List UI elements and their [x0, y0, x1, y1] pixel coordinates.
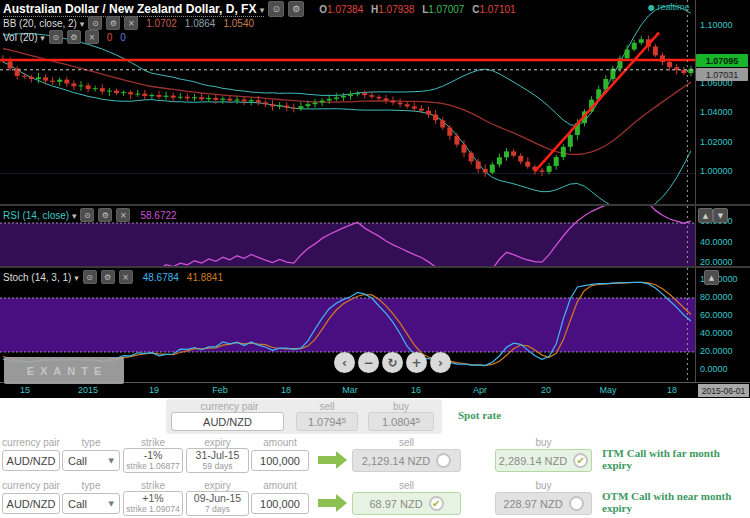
bb-upper-value: 1.0864	[185, 18, 216, 29]
row2-expiry-field[interactable]: 09-Jun-157 days	[186, 491, 249, 516]
gear-icon[interactable]: ⚙	[101, 270, 115, 284]
gear-icon[interactable]: ⚙	[288, 1, 304, 17]
row1-expiry-field[interactable]: 31-Jul-1559 days	[186, 448, 249, 473]
time-axis-label[interactable]: 2015	[78, 385, 98, 395]
row1-strategy-note: ITM Call with far month expiry	[602, 447, 730, 471]
stoch-axis-label[interactable]: 20.0000	[700, 346, 733, 356]
close-icon[interactable]: ×	[124, 16, 138, 30]
indicator-vol-label[interactable]: Vol (20) ▾	[3, 32, 45, 43]
eye-icon[interactable]: ⊙	[88, 16, 102, 30]
gear-icon[interactable]: ⚙	[98, 208, 112, 222]
pane-down-button[interactable]: ▼	[713, 208, 728, 223]
gear-icon[interactable]: ⚙	[67, 30, 81, 44]
row1-sell-checkbox[interactable]	[436, 453, 451, 468]
row2-sell-header: sell	[352, 480, 461, 491]
row1-amount-input[interactable]	[251, 450, 309, 471]
row1-expiry-header: expiry	[186, 437, 249, 448]
time-axis-label[interactable]: May	[599, 385, 616, 395]
spot-pair-header: currency pair	[171, 401, 288, 412]
row1-pair-header: currency pair	[2, 437, 60, 448]
price-axis-label[interactable]: 1.10000	[700, 20, 733, 30]
price-axis-label[interactable]: 1.04000	[700, 107, 733, 117]
spot-pair-input[interactable]	[171, 412, 284, 431]
zoom-in-button[interactable]: +	[406, 352, 427, 373]
pane-separator[interactable]	[0, 266, 750, 268]
rsi-axis-label[interactable]: 40.0000	[700, 237, 733, 247]
time-axis-label[interactable]: 20	[541, 385, 551, 395]
spot-buy-rate[interactable]: 1.08045	[368, 412, 434, 431]
eye-icon[interactable]: ⊙	[83, 270, 97, 284]
open-label: O	[319, 4, 327, 15]
eye-icon[interactable]: ⊙	[49, 30, 63, 44]
chevron-down-icon: ▾	[260, 5, 265, 15]
row2-expiry-header: expiry	[186, 480, 249, 491]
row2-amount-input[interactable]	[251, 493, 309, 514]
pane-up-button[interactable]: ▲	[704, 270, 719, 285]
row2-pair-header: currency pair	[2, 480, 60, 491]
stoch-axis-label[interactable]: 40.0000	[700, 328, 733, 338]
row2-type-select[interactable]: Call▼	[62, 493, 120, 514]
select-caret-icon: ▼	[109, 500, 114, 508]
row1-strike-field[interactable]: -1%strike 1.06877	[123, 448, 183, 473]
row2-type-header: type	[62, 480, 120, 491]
indicator-rsi-label[interactable]: RSI (14, close) ▾	[3, 210, 76, 221]
rsi-band	[0, 223, 695, 266]
ohlc-readout: O1.07384 H1.07938 L1.07007 C1.07101	[314, 4, 515, 15]
low-value: 1.07007	[428, 4, 464, 15]
zoom-out-button[interactable]: −	[358, 352, 379, 373]
arrow-right-icon	[318, 456, 336, 464]
row2-strike-field[interactable]: +1%strike 1.09074	[123, 491, 183, 516]
scroll-left-button[interactable]: ‹	[334, 352, 355, 373]
row1-strike-header: strike	[123, 437, 183, 448]
price-axis-label[interactable]: 1.00000	[700, 166, 733, 176]
rsi-value: 58.6722	[140, 210, 176, 221]
row1-buy-checkbox[interactable]: ✔	[573, 453, 588, 468]
row1-type-select[interactable]: Call▼	[62, 450, 120, 471]
time-axis-label[interactable]: Mar	[342, 385, 358, 395]
pane-separator[interactable]	[0, 204, 750, 206]
row2-buy-header: buy	[495, 480, 592, 491]
spot-sell-rate[interactable]: 1.07945	[296, 412, 358, 431]
vol-ma-value: 0	[120, 32, 126, 43]
indicator-bb-label[interactable]: BB (20, close, 2) ▾	[3, 18, 84, 29]
stoch-axis-label[interactable]: 60.0000	[700, 310, 733, 320]
time-axis-label[interactable]: 19	[149, 385, 159, 395]
time-axis-label[interactable]: 15	[20, 385, 30, 395]
trading-app: Australian Dollar / New Zealand Dollar, …	[0, 0, 750, 518]
gear-icon[interactable]: ⚙	[106, 16, 120, 30]
stoch-k-value: 48.6784	[143, 272, 179, 283]
indicator-stoch-label[interactable]: Stoch (14, 3, 1) ▾	[3, 272, 79, 283]
eye-icon[interactable]: ⊙	[80, 208, 94, 222]
close-icon[interactable]: ×	[116, 208, 130, 222]
price-axis-label[interactable]: 1.02000	[700, 137, 733, 147]
eye-icon[interactable]: ⊙	[268, 1, 284, 17]
stoch-axis-label[interactable]: 0.0000	[700, 364, 728, 374]
row2-amount-header: amount	[251, 480, 309, 491]
close-value: 1.07101	[479, 4, 515, 15]
time-axis-label[interactable]: 16	[411, 385, 421, 395]
chevron-down-icon: ▾	[74, 273, 79, 283]
time-axis-label[interactable]: Feb	[212, 385, 228, 395]
row2-pair-input[interactable]	[2, 493, 60, 514]
candles	[1, 36, 694, 177]
chevron-down-icon: ▾	[72, 211, 77, 221]
row2-buy-checkbox[interactable]	[569, 496, 584, 511]
stoch-axis-label[interactable]: 80.0000	[700, 292, 733, 302]
time-axis-label[interactable]: 18	[281, 385, 291, 395]
scroll-right-button[interactable]: ›	[430, 352, 451, 373]
symbol-title[interactable]: Australian Dollar / New Zealand Dollar, …	[3, 2, 264, 17]
row2-sell-checkbox[interactable]: ✔	[429, 496, 444, 511]
row1-buy-header: buy	[495, 437, 592, 448]
row1-pair-input[interactable]	[2, 450, 60, 471]
down-arrow-icon: ▼	[718, 212, 723, 220]
close-icon[interactable]: ×	[119, 270, 133, 284]
time-axis-label[interactable]: 18	[667, 385, 677, 395]
rsi-axis-label[interactable]: 20.0000	[700, 257, 733, 267]
time-axis-label[interactable]: Apr	[473, 385, 487, 395]
row2-strike-header: strike	[123, 480, 183, 491]
close-icon[interactable]: ×	[85, 30, 99, 44]
reset-view-button[interactable]: ↻	[382, 352, 403, 373]
up-arrow-icon: ▲	[709, 274, 714, 282]
pane-up-button[interactable]: ▲	[698, 208, 713, 223]
spot-buy-header: buy	[368, 401, 434, 412]
